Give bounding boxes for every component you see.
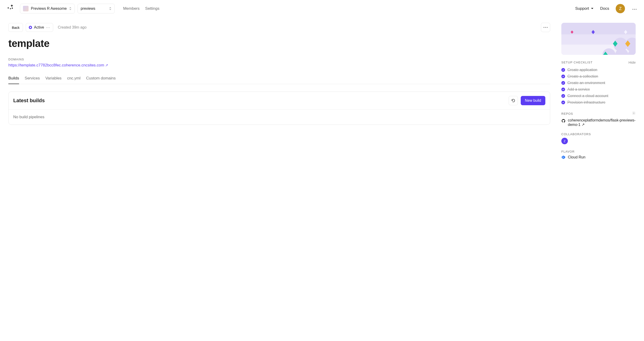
checklist-item-label: Create application (568, 68, 597, 72)
setup-checklist: Create application Create a collection C… (561, 67, 636, 106)
created-timestamp: Created 39m ago (58, 25, 86, 30)
svg-point-3 (544, 27, 544, 28)
sidebar-banner (561, 23, 636, 55)
check-icon (561, 68, 565, 72)
app-header: Previews R Awesome previews Members Sett… (0, 0, 644, 17)
svg-point-2 (636, 9, 636, 10)
refresh-icon (511, 99, 516, 103)
flavor-name: Cloud Run (568, 155, 586, 159)
tab-cncyml[interactable]: cnc.yml (67, 76, 80, 84)
new-build-button[interactable]: New build (521, 96, 545, 105)
checklist-item-label: Create a collection (568, 74, 598, 79)
chevron-updown-icon (109, 7, 112, 11)
repo-name: coherenceplatformdemos/flask-previews-de… (568, 118, 636, 127)
docs-link[interactable]: Docs (600, 6, 609, 11)
cloud-run-icon (561, 155, 566, 159)
tab-services[interactable]: Services (24, 76, 40, 84)
check-icon (561, 101, 565, 104)
svg-point-5 (547, 27, 548, 28)
checklist-item-label: Create an environment (568, 81, 605, 85)
flavor-label: FLAVOR (561, 150, 636, 153)
checklist-label: SETUP CHECKLIST (561, 61, 628, 64)
domains-section-label: DOMAINS (8, 58, 550, 61)
nav-members[interactable]: Members (123, 6, 140, 11)
tabs: Builds Services Variables cnc.yml Custom… (8, 76, 550, 84)
support-dropdown[interactable]: Support (575, 6, 594, 11)
status-label: Active (34, 25, 44, 30)
external-link-icon: ↗ (582, 123, 584, 127)
checklist-item: Create a collection (561, 73, 636, 80)
svg-point-14 (633, 113, 634, 114)
checklist-item-label: Connect a cloud account (568, 94, 608, 98)
checklist-item-label: Add a service (568, 87, 590, 92)
nav-settings[interactable]: Settings (145, 6, 159, 11)
svg-point-4 (545, 27, 546, 28)
checklist-item-label: Provision infrastructure (568, 100, 606, 105)
gear-icon (632, 111, 636, 115)
checklist-item: Connect a cloud account (561, 93, 636, 99)
project-selector[interactable]: previews (78, 4, 115, 14)
repos-label: REPOS (561, 112, 632, 115)
tab-builds[interactable]: Builds (8, 76, 19, 84)
repo-link[interactable]: coherenceplatformdemos/flask-previews-de… (561, 118, 636, 127)
check-icon (561, 88, 565, 91)
repos-settings-button[interactable] (632, 111, 636, 116)
caret-down-icon (591, 8, 594, 10)
latest-builds-card: Latest builds New build No build pipelin… (8, 92, 550, 125)
refresh-button[interactable] (509, 96, 518, 105)
support-label: Support (575, 6, 589, 11)
svg-point-1 (634, 9, 635, 10)
status-dot-icon (29, 26, 32, 29)
checklist-item: Provision infrastructure (561, 99, 636, 106)
header-more-button[interactable] (632, 6, 638, 12)
domain-link[interactable]: https://template.c7782bcc8fec.coherence.… (8, 63, 108, 68)
org-icon (23, 6, 28, 11)
header-right: Support Docs Z (575, 4, 638, 13)
check-icon (561, 81, 565, 85)
checklist-item: Add a service (561, 86, 636, 93)
sidebar: SETUP CHECKLIST Hide Create application … (561, 23, 636, 159)
flavor-row: Cloud Run (561, 155, 636, 159)
svg-point-0 (632, 9, 633, 10)
checklist-item: Create application (561, 67, 636, 73)
chevron-updown-icon (69, 7, 72, 11)
tab-variables[interactable]: Variables (46, 76, 62, 84)
more-dots-icon: ··· (46, 25, 50, 30)
check-icon (561, 94, 565, 98)
back-button[interactable]: Back (8, 23, 23, 32)
header-nav: Members Settings (123, 6, 159, 11)
page-more-button[interactable] (541, 23, 550, 32)
status-badge[interactable]: Active ··· (26, 23, 53, 32)
hide-checklist-button[interactable]: Hide (628, 60, 636, 64)
checklist-item: Create an environment (561, 80, 636, 86)
github-icon (561, 119, 566, 123)
user-avatar[interactable]: Z (616, 4, 625, 13)
builds-empty-state: No build pipelines (8, 110, 550, 125)
page-toolbar: Back Active ··· Created 39m ago (8, 23, 550, 32)
check-icon (561, 75, 565, 78)
logo[interactable] (6, 3, 17, 14)
org-selector[interactable]: Previews R Awesome (20, 4, 75, 14)
org-selector-label: Previews R Awesome (31, 7, 67, 11)
collaborator-avatar[interactable]: Z (561, 138, 568, 144)
project-selector-label: previews (80, 7, 95, 11)
latest-builds-title: Latest builds (13, 98, 509, 104)
page-title: template (8, 38, 550, 49)
collaborators-label: COLLABORATORS (561, 132, 636, 136)
tab-custom-domains[interactable]: Custom domains (86, 76, 116, 84)
